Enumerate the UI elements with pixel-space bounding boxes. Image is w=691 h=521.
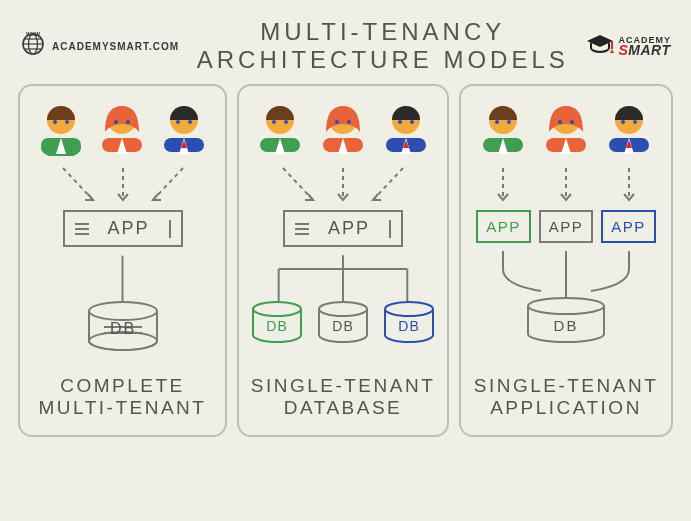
- users-row: [249, 100, 437, 160]
- page-title: MULTI-TENANCY ARCHITECTURE MODELS: [193, 18, 572, 74]
- panel-single-tenant-db: APP DB DB DB SINGLE-TENANT DATABASE: [237, 84, 449, 437]
- svg-point-59: [253, 302, 301, 316]
- divider-icon: [389, 220, 391, 238]
- panel-single-tenant-app: APP APP APP DB SINGLE-TENANT APPLICATION: [459, 84, 673, 437]
- connector-app-db: [30, 255, 215, 303]
- svg-point-43: [335, 120, 339, 124]
- user-icon: [97, 100, 147, 160]
- divider-icon: [169, 220, 171, 238]
- logo-line2: SMART: [618, 44, 671, 57]
- panel-title: COMPLETE MULTI-TENANT: [39, 361, 207, 419]
- svg-point-18: [114, 120, 118, 124]
- user-icon: [159, 100, 209, 160]
- database-icon: DB: [315, 301, 371, 353]
- svg-point-69: [507, 120, 511, 124]
- database-icon: DB: [249, 301, 305, 353]
- globe-icon: WWW: [20, 31, 46, 61]
- hamburger-icon: [295, 223, 309, 235]
- svg-point-38: [272, 120, 276, 124]
- app-row: APP APP APP: [471, 210, 661, 243]
- site-url: WWW ACADEMYSMART.COM: [20, 31, 179, 61]
- app-row: APP: [30, 210, 215, 247]
- panels-container: APP DB COMPLETE MULTI-TENANT APP: [0, 84, 691, 455]
- user-icon: [381, 100, 431, 160]
- arrows-to-apps: [471, 166, 661, 206]
- panel-complete-multitenant: APP DB COMPLETE MULTI-TENANT: [18, 84, 227, 437]
- app-box: APP: [476, 210, 531, 243]
- svg-point-14: [65, 120, 69, 124]
- svg-point-80: [633, 120, 637, 124]
- database-icon: DB: [381, 301, 437, 353]
- svg-point-39: [284, 120, 288, 124]
- user-icon: [255, 100, 305, 160]
- svg-point-50: [410, 120, 414, 124]
- connector-app-dbs: [249, 255, 437, 303]
- svg-point-19: [126, 120, 130, 124]
- svg-point-87: [528, 298, 604, 314]
- panel-title: SINGLE-TENANT DATABASE: [251, 361, 436, 419]
- hamburger-icon: [75, 223, 89, 235]
- app-box: APP: [601, 210, 656, 243]
- brand-logo: ACADEMY SMART: [586, 33, 671, 59]
- user-icon: [478, 100, 528, 160]
- database-icon: DB: [521, 297, 611, 353]
- svg-point-24: [176, 120, 180, 124]
- svg-point-61: [319, 302, 367, 316]
- arrows-to-app: [30, 166, 215, 206]
- db-row: DB: [30, 301, 215, 361]
- svg-text:DB: DB: [554, 317, 579, 334]
- svg-marker-8: [610, 49, 614, 53]
- db-row: DB DB DB: [249, 301, 437, 353]
- svg-point-49: [398, 120, 402, 124]
- svg-text:DB: DB: [266, 318, 287, 334]
- svg-text:WWW: WWW: [26, 31, 40, 37]
- arrows-to-app: [249, 166, 437, 206]
- svg-text:DB: DB: [398, 318, 419, 334]
- users-row: [30, 100, 215, 160]
- users-row: [471, 100, 661, 160]
- svg-text:DB: DB: [109, 320, 135, 337]
- app-box: APP: [539, 210, 594, 243]
- svg-point-68: [495, 120, 499, 124]
- app-label: APP: [107, 218, 149, 239]
- user-icon: [36, 100, 86, 160]
- svg-point-30: [89, 302, 157, 320]
- graduation-cap-icon: [586, 33, 614, 59]
- app-row: APP: [249, 210, 437, 247]
- app-label: APP: [486, 218, 521, 235]
- db-row: DB: [471, 297, 661, 353]
- user-icon: [318, 100, 368, 160]
- app-label: APP: [549, 218, 584, 235]
- url-text: ACADEMYSMART.COM: [52, 41, 179, 52]
- app-label: APP: [328, 218, 370, 239]
- database-icon: DB: [84, 301, 162, 361]
- panel-title: SINGLE-TENANT APPLICATION: [474, 361, 659, 419]
- connector-apps-db: [471, 251, 661, 299]
- app-box: APP: [283, 210, 403, 247]
- svg-text:DB: DB: [332, 318, 353, 334]
- svg-point-44: [347, 120, 351, 124]
- header: WWW ACADEMYSMART.COM MULTI-TENANCY ARCHI…: [0, 0, 691, 84]
- app-box: APP: [63, 210, 183, 247]
- svg-point-13: [53, 120, 57, 124]
- user-icon: [604, 100, 654, 160]
- svg-point-79: [621, 120, 625, 124]
- user-icon: [541, 100, 591, 160]
- svg-point-63: [385, 302, 433, 316]
- svg-point-25: [188, 120, 192, 124]
- app-label: APP: [611, 218, 646, 235]
- svg-point-73: [558, 120, 562, 124]
- svg-point-74: [570, 120, 574, 124]
